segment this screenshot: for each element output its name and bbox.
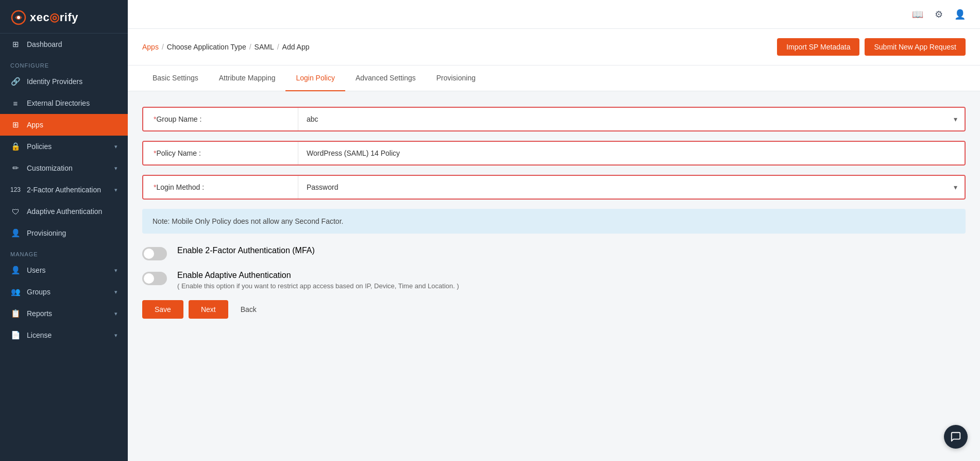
sidebar-item-apps[interactable]: ⊞ Apps [0, 114, 128, 136]
topbar: 📖 ⚙ 👤 [128, 0, 980, 29]
form-actions: Save Next Back [142, 300, 966, 319]
tab-provisioning[interactable]: Provisioning [426, 65, 486, 91]
users-icon: 👤 [10, 265, 21, 275]
breadcrumb-actions: Import SP Metadata Submit New App Reques… [777, 38, 966, 56]
import-sp-metadata-button[interactable]: Import SP Metadata [777, 38, 859, 56]
tab-login-policy[interactable]: Login Policy [285, 65, 345, 91]
mfa-toggle-label-text: Enable 2-Factor Authentication (MFA) [177, 246, 315, 255]
sidebar-item-2fa[interactable]: 123 2-Factor Authentication ▾ [0, 179, 128, 201]
chat-bubble[interactable] [944, 425, 968, 449]
note-box: Note: Mobile Only Policy does not allow … [142, 209, 966, 234]
back-button[interactable]: Back [233, 300, 264, 319]
policy-name-label-text: Policy Name : [156, 149, 200, 157]
tab-basic-settings[interactable]: Basic Settings [142, 65, 209, 91]
license-icon: 📄 [10, 330, 21, 340]
policy-name-label: *Policy Name : [143, 142, 298, 164]
adaptive-toggle-slider [142, 272, 167, 285]
main-area: 📖 ⚙ 👤 Apps / Choose Application Type / S… [128, 0, 980, 461]
sidebar-item-adaptive-auth[interactable]: 🛡 Adaptive Authentication [0, 201, 128, 222]
sidebar-item-dashboard[interactable]: ⊞ Dashboard [0, 34, 128, 55]
login-method-select[interactable]: Password Certificate SSO [298, 176, 965, 199]
policy-name-field[interactable] [298, 142, 965, 164]
breadcrumb-sep-2: / [249, 43, 251, 51]
sidebar-item-license[interactable]: 📄 License ▾ [0, 324, 128, 346]
breadcrumb-saml: SAML [255, 43, 274, 51]
mfa-toggle-slider [142, 247, 167, 260]
group-name-row: *Group Name : abc Group A Group B [142, 107, 966, 131]
mfa-toggle[interactable] [142, 247, 167, 260]
manage-section-label: Manage [0, 244, 128, 259]
sidebar-item-label: Groups [27, 288, 114, 296]
sidebar-item-label: License [27, 331, 114, 339]
sidebar-item-label: Provisioning [27, 229, 117, 237]
sidebar: xec◎rify ⊞ Dashboard Configure 🔗 Identit… [0, 0, 128, 461]
sidebar-item-label: Dashboard [27, 40, 117, 48]
sidebar-item-label: 2-Factor Authentication [27, 186, 114, 194]
2fa-icon: 123 [10, 185, 21, 195]
reports-icon: 📋 [10, 308, 21, 319]
sidebar-item-label: Reports [27, 309, 114, 318]
login-method-field[interactable]: Password Certificate SSO [298, 176, 965, 199]
sidebar-item-label: Customization [27, 164, 114, 172]
submit-new-app-request-button[interactable]: Submit New App Request [865, 38, 966, 56]
group-name-label-text: Group Name : [156, 115, 201, 123]
sidebar-item-external-directories[interactable]: ≡ External Directories [0, 92, 128, 114]
chevron-down-icon: ▾ [114, 187, 117, 193]
configure-section-label: Configure [0, 55, 128, 71]
provisioning-icon: 👤 [10, 228, 21, 238]
logo-text: xec◎rify [30, 11, 78, 24]
sidebar-item-label: Policies [27, 142, 114, 151]
form-content: *Group Name : abc Group A Group B *Polic… [128, 91, 980, 334]
sidebar-item-label: Adaptive Authentication [27, 207, 117, 216]
sidebar-item-provisioning[interactable]: 👤 Provisioning [0, 222, 128, 244]
gear-icon[interactable]: ⚙ [935, 9, 943, 20]
sidebar-item-reports[interactable]: 📋 Reports ▾ [0, 303, 128, 324]
sidebar-item-label: Apps [27, 121, 117, 129]
customization-icon: ✏ [10, 163, 21, 173]
identity-providers-icon: 🔗 [10, 76, 21, 87]
logo: xec◎rify [0, 0, 128, 34]
group-name-field[interactable]: abc Group A Group B [298, 108, 965, 130]
tab-attribute-mapping[interactable]: Attribute Mapping [209, 65, 286, 91]
sidebar-item-label: External Directories [27, 99, 117, 107]
adaptive-auth-icon: 🛡 [10, 206, 21, 217]
user-icon[interactable]: 👤 [954, 9, 966, 20]
chevron-down-icon: ▾ [114, 310, 117, 317]
apps-icon: ⊞ [10, 120, 21, 130]
chevron-down-icon: ▾ [114, 165, 117, 172]
breadcrumb-sep-3: / [277, 43, 279, 51]
book-icon[interactable]: 📖 [912, 9, 923, 20]
sidebar-item-policies[interactable]: 🔒 Policies ▾ [0, 136, 128, 157]
policies-icon: 🔒 [10, 141, 21, 152]
logo-icon [10, 9, 27, 26]
adaptive-toggle-sublabel: ( Enable this option if you want to rest… [177, 282, 459, 290]
login-method-row: *Login Method : Password Certificate SSO [142, 175, 966, 200]
chevron-down-icon: ▾ [114, 267, 117, 274]
breadcrumb-apps[interactable]: Apps [142, 43, 159, 51]
chevron-down-icon: ▾ [114, 143, 117, 150]
adaptive-toggle-row: Enable Adaptive Authentication ( Enable … [142, 271, 966, 290]
breadcrumb-bar: Apps / Choose Application Type / SAML / … [128, 29, 980, 65]
svg-point-1 [17, 16, 20, 19]
adaptive-toggle-label-text: Enable Adaptive Authentication [177, 271, 459, 280]
breadcrumb-add-app: Add App [282, 43, 310, 51]
tab-advanced-settings[interactable]: Advanced Settings [345, 65, 426, 91]
sidebar-item-label: Identity Providers [27, 77, 117, 86]
sidebar-item-groups[interactable]: 👥 Groups ▾ [0, 281, 128, 303]
sidebar-item-identity-providers[interactable]: 🔗 Identity Providers [0, 71, 128, 92]
next-button[interactable]: Next [189, 300, 228, 319]
sidebar-item-users[interactable]: 👤 Users ▾ [0, 259, 128, 281]
external-directories-icon: ≡ [10, 98, 21, 108]
adaptive-toggle[interactable] [142, 272, 167, 285]
group-name-select[interactable]: abc Group A Group B [298, 108, 965, 130]
policy-name-row: *Policy Name : [142, 141, 966, 166]
sidebar-item-customization[interactable]: ✏ Customization ▾ [0, 157, 128, 179]
login-method-label-text: Login Method : [156, 183, 204, 191]
save-button[interactable]: Save [142, 300, 183, 319]
breadcrumb: Apps / Choose Application Type / SAML / … [142, 43, 310, 51]
group-name-label: *Group Name : [143, 108, 298, 130]
policy-name-input[interactable] [298, 142, 965, 164]
adaptive-toggle-labels: Enable Adaptive Authentication ( Enable … [177, 271, 459, 290]
groups-icon: 👥 [10, 287, 21, 297]
breadcrumb-choose-app-type: Choose Application Type [167, 43, 246, 51]
